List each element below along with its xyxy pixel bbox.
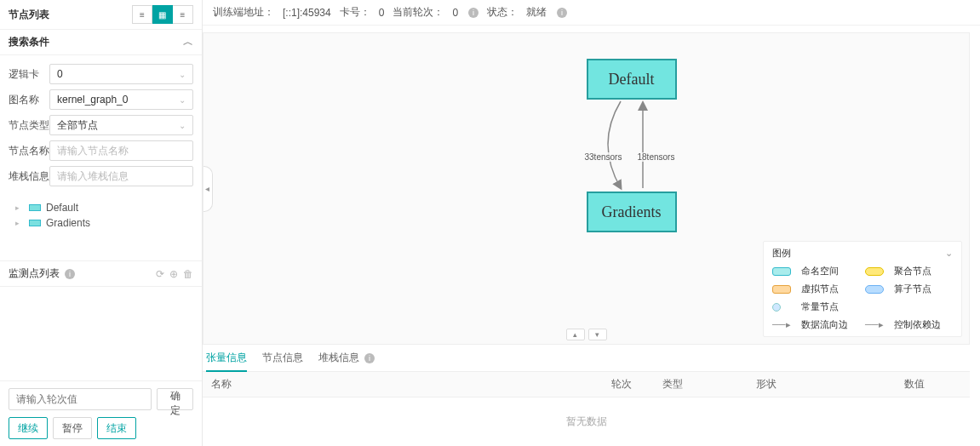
- legend-operator-label: 算子节点: [894, 283, 953, 295]
- legend-dataflow-label: 数据流向边: [801, 318, 860, 331]
- pause-button[interactable]: 暂停: [53, 417, 92, 439]
- node-name-input[interactable]: [49, 140, 193, 161]
- legend-operator-icon: [865, 285, 884, 294]
- legend-aggregate-icon: [865, 267, 884, 276]
- addr-label: 训练端地址：: [213, 5, 274, 20]
- info-icon[interactable]: i: [468, 8, 479, 18]
- end-button[interactable]: 结束: [97, 417, 136, 439]
- card-label: 卡号：: [340, 5, 370, 20]
- view-alt-button[interactable]: ≡: [173, 5, 193, 24]
- confirm-button[interactable]: 确定: [157, 388, 193, 410]
- tab-tensor-info[interactable]: 张量信息: [206, 346, 247, 372]
- graph-name-select[interactable]: kernel_graph_0 ⌄: [49, 89, 193, 110]
- col-round: 轮次: [611, 377, 662, 392]
- info-icon[interactable]: i: [65, 269, 75, 279]
- tree-caret-icon: ▸: [15, 203, 24, 212]
- col-shape: 形状: [756, 377, 858, 392]
- col-value: 数值: [858, 377, 970, 392]
- tree-caret-icon: ▸: [15, 219, 24, 227]
- namespace-icon: [29, 220, 41, 226]
- tree-item-gradients[interactable]: ▸ Gradients: [9, 215, 193, 231]
- status-label: 状态：: [487, 5, 518, 20]
- legend-control-label: 控制依赖边: [894, 318, 953, 331]
- chevron-down-icon: ⌄: [179, 95, 186, 105]
- collapse-search-icon[interactable]: ︿: [183, 35, 193, 49]
- tree-item-default[interactable]: ▸ Default: [9, 200, 193, 215]
- addr-value: [::1]:45934: [283, 7, 331, 19]
- tab-stack-info[interactable]: 堆栈信息 i: [318, 346, 375, 370]
- tree-label: Default: [46, 202, 78, 214]
- tab-node-info[interactable]: 节点信息: [262, 346, 303, 370]
- node-type-label: 节点类型: [9, 118, 49, 133]
- col-name: 名称: [203, 377, 611, 392]
- chevron-down-icon: ⌄: [179, 121, 186, 130]
- sidebar-collapse-handle[interactable]: ◂: [203, 166, 213, 212]
- legend-namespace-icon: [772, 267, 791, 276]
- graph-node-default[interactable]: Default: [587, 59, 677, 100]
- logic-card-select[interactable]: 0 ⌄: [49, 64, 193, 84]
- watch-list-title: 监测点列表: [9, 266, 60, 281]
- legend-control-icon: ──▸: [865, 319, 889, 330]
- graph-name-value: kernel_graph_0: [57, 94, 128, 106]
- tab-stack-label: 堆栈信息: [318, 351, 359, 365]
- info-icon[interactable]: i: [557, 8, 567, 18]
- stack-input[interactable]: [49, 166, 193, 186]
- tree-label: Gradients: [46, 217, 90, 229]
- legend-constant-label: 常量节点: [801, 300, 860, 313]
- logic-card-label: 逻辑卡: [9, 67, 49, 82]
- graph-name-label: 图名称: [9, 93, 49, 107]
- view-mode-buttons: ≡ ▦ ≡: [132, 5, 193, 24]
- legend-aggregate-label: 聚合节点: [894, 265, 953, 277]
- pager-up-button[interactable]: ▴: [566, 329, 585, 340]
- edge-label: 33tensors: [583, 152, 624, 162]
- legend-constant-icon: [772, 303, 781, 312]
- round-value: 0: [452, 7, 458, 19]
- continue-button[interactable]: 继续: [9, 417, 48, 439]
- legend-title: 图例: [772, 247, 791, 260]
- pager-down-button[interactable]: ▾: [588, 329, 607, 340]
- node-type-select[interactable]: 全部节点 ⌄: [49, 115, 193, 135]
- legend-virtual-icon: [772, 285, 791, 294]
- delete-icon[interactable]: 🗑: [183, 268, 193, 280]
- chevron-down-icon: ⌄: [179, 70, 186, 79]
- legend-panel: 图例 ⌄ 命名空间 聚合节点 虚拟节点 算子节点 常量节点 ──▸: [763, 241, 962, 337]
- card-value: 0: [379, 7, 385, 19]
- legend-namespace-label: 命名空间: [801, 265, 860, 277]
- stack-label: 堆栈信息: [9, 169, 49, 184]
- graph-canvas[interactable]: ◂ Default Gradients 33tensors 18tensors: [203, 32, 970, 345]
- table-empty-text: 暂无数据: [203, 397, 970, 446]
- search-section-title: 搜索条件: [9, 35, 49, 49]
- status-value: 就绪: [526, 5, 547, 20]
- round-label: 当前轮次：: [393, 5, 444, 20]
- round-input[interactable]: [9, 388, 152, 410]
- col-type: 类型: [662, 377, 756, 392]
- add-icon[interactable]: ⊕: [169, 268, 178, 280]
- legend-collapse-icon[interactable]: ⌄: [945, 248, 953, 259]
- view-grid-button[interactable]: ▦: [152, 5, 173, 24]
- legend-dataflow-icon: ──▸: [772, 319, 796, 330]
- view-list-button[interactable]: ≡: [132, 5, 152, 24]
- edge-label: 18tensors: [636, 152, 677, 162]
- node-name-label: 节点名称: [9, 144, 49, 158]
- namespace-icon: [29, 204, 41, 211]
- legend-virtual-label: 虚拟节点: [801, 283, 860, 295]
- logic-card-value: 0: [57, 68, 63, 80]
- refresh-icon[interactable]: ⟳: [156, 268, 164, 280]
- node-type-value: 全部节点: [57, 118, 98, 133]
- info-icon[interactable]: i: [364, 353, 375, 363]
- graph-node-gradients[interactable]: Gradients: [587, 192, 677, 232]
- node-list-title: 节点列表: [9, 8, 49, 22]
